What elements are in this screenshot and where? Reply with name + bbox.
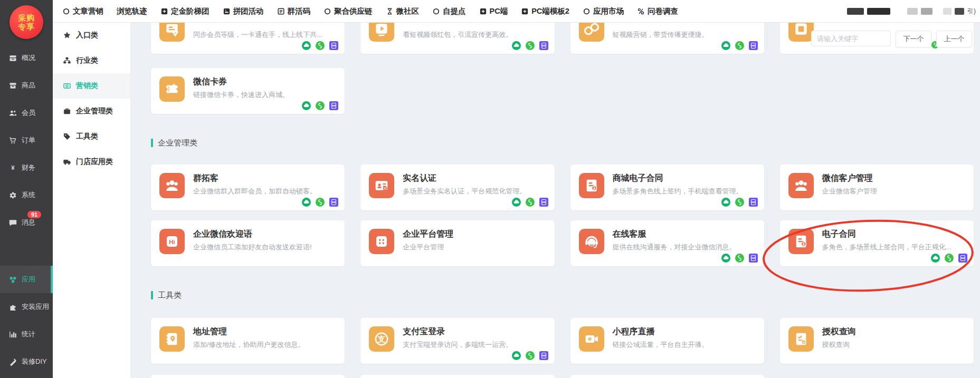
app-card-实名认证[interactable]: 实名认证多场景业务实名认证，平台规范化管理。WAP [360, 164, 554, 210]
app-card-地址管理[interactable]: 地址管理添加/修改地址，协助用户更改信息。 [151, 318, 345, 364]
category-item-label: 门店应用类 [76, 157, 113, 167]
redacted-text-block [867, 8, 890, 15]
app-platform-icon [302, 41, 311, 50]
wap-platform-icon: WAP [329, 198, 338, 207]
app-card-商城电子合同[interactable]: 商城电子合同多场景多角色线上签约，手机端查看管理。WAP [570, 164, 764, 210]
card-title: 电子合同 [822, 228, 952, 239]
nav-item-群活码[interactable]: 群活码 [277, 6, 311, 16]
platform-badges: WAP [721, 41, 758, 50]
card-desc: 提供在线沟通服务，对接企业微信消息。 [613, 243, 736, 252]
redacted-text-block [955, 8, 964, 15]
nav-item-文章营销[interactable]: 文章营销 [62, 6, 103, 16]
sidebar-item-finance[interactable]: ¥财务 [0, 154, 53, 181]
card-title: 实名认证 [403, 172, 526, 183]
install-icon [7, 302, 18, 312]
wap-platform-icon: WAP [749, 198, 758, 207]
category-item-门店应用类[interactable]: 门店应用类 [53, 149, 130, 175]
mini-program-platform-icon [526, 351, 535, 360]
sidebar-item-message[interactable]: 消息91 [0, 209, 53, 236]
logo-line2: 专享 [17, 22, 35, 32]
nav-item-微社区[interactable]: 微社区 [386, 6, 420, 16]
app-card-企业平台管理[interactable]: 企业平台管理企业平台管理 [360, 220, 554, 266]
nav-item-浏览轨迹[interactable]: 浏览轨迹 [117, 6, 147, 16]
mini-program-platform-icon [735, 41, 744, 50]
app-card[interactable] [360, 375, 554, 378]
find-prev-button[interactable]: 上一个 [936, 31, 972, 47]
app-card-微信卡券[interactable]: 微信卡券链接微信卡券，快速进入商城。WAP [151, 68, 345, 114]
sidebar-item-diy[interactable]: 装修DIY [0, 348, 53, 375]
sidebar-item-member[interactable]: 会员 [0, 99, 53, 127]
card-desc: 企业微信客户管理 [822, 187, 877, 196]
card-desc: 同步会员等级，一卡通在手，线上线下共... [193, 30, 322, 40]
mini-program-platform-icon [526, 41, 535, 50]
category-sidebar: 入口类行业类营销类企业管理类工具类门店应用类 [53, 23, 131, 378]
card-title: 地址管理 [193, 325, 305, 337]
logo-badge: 采购 专享 [9, 5, 43, 39]
card-grid: 地址管理添加/修改地址，协助用户更改信息。支支付宝登录支付宝端登录访问，多端统一… [151, 318, 974, 364]
nav-item-label: 群活码 [288, 6, 311, 16]
category-item-企业管理类[interactable]: 企业管理类 [53, 99, 130, 124]
category-item-行业类[interactable]: 行业类 [53, 48, 130, 73]
app-platform-icon [512, 351, 521, 360]
section-header-工具类: 工具类 [151, 290, 974, 300]
overview-icon [7, 53, 18, 63]
card-desc: 短视频营销，带货传播更便捷。 [613, 30, 709, 40]
nav-item-问卷调查[interactable]: 问卷调查 [637, 6, 678, 16]
category-item-工具类[interactable]: 工具类 [53, 124, 130, 149]
app-card-企业微信欢迎语[interactable]: Hi企业微信欢迎语企业微信员工添加好友自动发送欢迎语! [151, 220, 345, 266]
app-card-小程序直播[interactable]: 小程序直播链接公域流量，平台自主开播。 [570, 318, 764, 364]
app-platform-icon [512, 41, 521, 50]
app-card[interactable]: 看短视频领红包，引流宣传更高效。WAP [360, 23, 554, 54]
briefcase-icon [62, 106, 72, 116]
app-card[interactable] [151, 375, 345, 378]
sidebar-item-goods[interactable]: 商品 [0, 72, 53, 99]
nav-item-label: PC端 [490, 6, 508, 16]
card-title [193, 23, 322, 27]
nav-item-自提点[interactable]: 自提点 [432, 6, 466, 16]
stats-icon [7, 329, 18, 340]
mini-program-platform-icon [316, 41, 325, 50]
sidebar-item-install[interactable]: 安装应用 [0, 293, 53, 321]
keyword-search-input[interactable] [811, 31, 891, 46]
app-card-授权查询[interactable]: 授权查询授权查询 [780, 318, 974, 364]
nav-item-聚合供应链[interactable]: 聚合供应链 [324, 6, 373, 16]
sidebar-item-label: 订单 [22, 135, 35, 145]
sidebar-item-cart[interactable]: 订单 [0, 127, 53, 154]
app-card-支付宝登录[interactable]: 支支付宝登录支付宝端登录访问，多端统一运营。WAP [360, 318, 554, 364]
sidebar-item-gear[interactable]: 系统 [0, 181, 53, 209]
svg-text:支: 支 [377, 335, 386, 343]
platform-badges: WAP [302, 198, 338, 207]
app-card-群拓客[interactable]: 群拓客企业微信群入群即会员，加群自动锁客。WAP [151, 164, 345, 210]
card-desc: 企业平台管理 [403, 243, 453, 252]
app-card[interactable]: 同步会员等级，一卡通在手，线上线下共...WAP [151, 23, 345, 54]
app-platform-icon [302, 198, 311, 207]
svg-text:WAP: WAP [541, 355, 546, 357]
svg-text:¥: ¥ [11, 164, 15, 171]
header-text-fragment: 引) [967, 7, 976, 16]
wap-platform-icon: WAP [749, 41, 758, 50]
find-next-button[interactable]: 下一个 [896, 31, 931, 47]
app-card[interactable] [570, 375, 764, 378]
app-card-微信客户管理[interactable]: 微信客户管理企业微信客户管理 [780, 164, 974, 210]
app-card-电子合同[interactable]: 电子合同多角色，多场景线上签合同，平台正规化...WAP [780, 220, 974, 266]
redacted-text-block [943, 8, 952, 15]
category-item-入口类[interactable]: 入口类 [53, 23, 130, 48]
member-icon [7, 108, 18, 118]
nav-item-PC端[interactable]: PC端 [479, 6, 508, 16]
nav-item-应用市场[interactable]: 应用市场 [583, 6, 624, 16]
sidebar-item-overview[interactable]: 概况 [0, 44, 53, 72]
platform-badges: WAP [512, 198, 548, 207]
app-card[interactable]: 短视频营销，带货传播更便捷。WAP [570, 23, 764, 54]
nav-item-拼团活动[interactable]: 拼团活动 [223, 6, 264, 16]
authdoc-icon [788, 326, 814, 352]
finance-icon: ¥ [7, 162, 18, 173]
nav-item-PC端模板2[interactable]: PC端模板2 [521, 6, 569, 16]
apps-icon [7, 274, 18, 285]
sidebar-item-stats[interactable]: 统计 [0, 321, 53, 348]
plussq-icon [521, 7, 529, 15]
nav-item-定金阶梯团[interactable]: 定金阶梯团 [160, 6, 210, 16]
sidebar-item-apps[interactable]: 应用 [0, 266, 53, 293]
app-card-在线客服[interactable]: 在线客服提供在线沟通服务，对接企业微信消息。WAP [570, 220, 764, 266]
category-item-营销类[interactable]: 营销类 [53, 73, 130, 99]
section-header-企业管理类: 企业管理类 [151, 138, 974, 148]
